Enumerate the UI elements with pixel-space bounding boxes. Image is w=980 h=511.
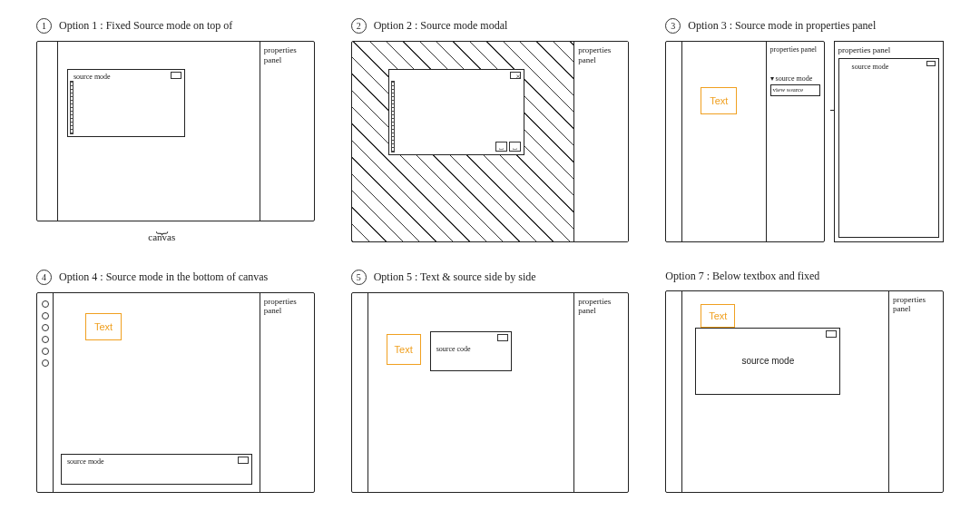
option-number: 5: [351, 270, 367, 285]
toolbar-dots: [37, 293, 54, 493]
wireframe: properties panel × ⎵ ⎵: [351, 41, 630, 242]
option-3: 3 Option 3 : Source mode in properties p…: [665, 18, 944, 242]
option-number: 2: [351, 18, 367, 34]
option-title: Option 4 : Source mode in the bottom of …: [59, 270, 268, 284]
properties-panel: properties panel: [260, 293, 314, 493]
source-mode-label: source mode: [741, 356, 794, 366]
wireframe: Text source code properties panel: [351, 292, 630, 494]
source-mode-label: source mode: [67, 457, 104, 466]
option-title: Option 7 : Below textbox and fixed: [665, 270, 819, 283]
option-header: 2 Option 2 : Source mode modal: [351, 18, 630, 34]
text-element: Text: [701, 304, 735, 328]
option-title: Option 1 : Fixed Source mode on top of: [59, 19, 232, 33]
wireframe: Text source mode properties panel: [665, 290, 944, 494]
option-header: Option 7 : Below textbox and fixed: [665, 270, 944, 283]
detail-source-label: source mode: [852, 63, 889, 71]
source-mode-section: ▾ source mode: [770, 74, 820, 84]
properties-panel: properties panel: [260, 42, 314, 221]
source-code-label: source code: [436, 345, 471, 353]
properties-panel: properties panel: [573, 293, 628, 493]
wireframe: source mode properties panel: [36, 41, 315, 221]
option-number: 1: [36, 18, 52, 34]
view-source-button[interactable]: view source: [770, 84, 820, 95]
option-1: 1 Option 1 : Fixed Source mode on top of…: [36, 18, 315, 242]
option-header: 3 Option 3 : Source mode in properties p…: [665, 18, 944, 34]
properties-panel: properties panel: [573, 42, 628, 241]
text-element: Text: [387, 334, 421, 365]
text-element: Text: [701, 87, 737, 114]
source-mode-label: source mode: [74, 73, 111, 81]
option-header: 5 Option 5 : Text & source side by side: [351, 270, 630, 285]
option-5: 5 Option 5 : Text & source side by side …: [351, 270, 630, 494]
option-title: Option 2 : Source mode modal: [374, 19, 508, 33]
option-title: Option 5 : Text & source side by side: [374, 270, 536, 284]
option-number: 4: [36, 270, 52, 285]
option-header: 1 Option 1 : Fixed Source mode on top of: [36, 18, 315, 34]
detail-panel: properties panel source mode: [834, 41, 944, 242]
option-2: 2 Option 2 : Source mode modal propertie…: [351, 18, 630, 242]
option-title: Option 3 : Source mode in properties pan…: [688, 19, 876, 33]
properties-panel: properties panel ▾ source mode view sour…: [766, 42, 824, 241]
wireframe: Text properties panel ▾ source mode view…: [665, 41, 824, 242]
props-title: properties panel: [770, 45, 820, 54]
canvas-label: canvas: [9, 231, 315, 242]
properties-panel: properties panel: [888, 291, 943, 493]
text-element: Text: [85, 313, 122, 340]
option-4: 4 Option 4 : Source mode in the bottom o…: [36, 270, 315, 494]
option-number: 3: [665, 18, 681, 34]
wireframe: Text source mode properties panel: [36, 292, 315, 494]
option-7: Option 7 : Below textbox and fixed Text …: [665, 270, 944, 494]
option-header: 4 Option 4 : Source mode in the bottom o…: [36, 270, 315, 285]
detail-props-label: properties panel: [838, 45, 939, 54]
